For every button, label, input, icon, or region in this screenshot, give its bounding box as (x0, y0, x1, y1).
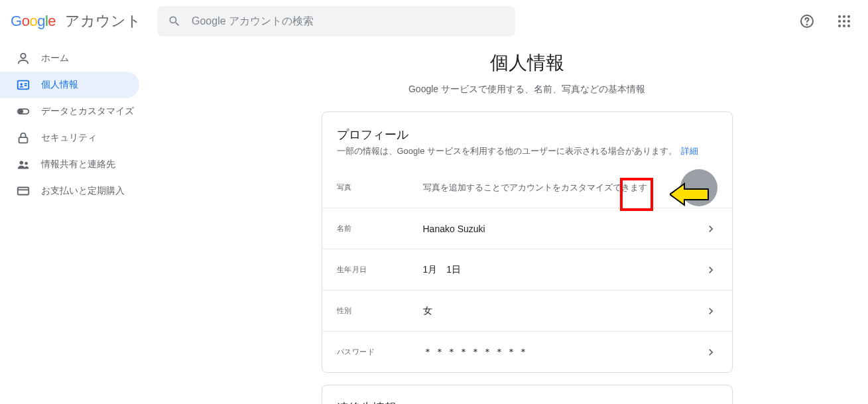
sidebar-item-data[interactable]: データとカスタマイズ (0, 98, 139, 125)
row-label: パスワード (337, 347, 423, 357)
sidebar-item-label: ホーム (41, 52, 69, 64)
sidebar-item-personal-info[interactable]: 個人情報 (0, 72, 139, 98)
svg-point-5 (838, 20, 841, 23)
profile-card: プロフィール 一部の情報は、Google サービスを利用する他のユーザーに表示さ… (322, 111, 733, 373)
row-label: 生年月日 (337, 265, 423, 275)
app-name: アカウント (65, 11, 141, 31)
row-value: 女 (423, 305, 704, 317)
toggle-icon (16, 104, 31, 119)
svg-point-9 (843, 25, 845, 27)
chevron-right-icon (704, 222, 717, 236)
apps-button[interactable] (831, 8, 857, 34)
sidebar: ホーム 個人情報 データとカスタマイズ セキュリティ 情報共有と連絡先 お支払い… (0, 42, 186, 404)
row-value: 写真を追加することでアカウントをカスタマイズできます (423, 182, 717, 194)
profile-row-photo[interactable]: 写真 写真を追加することでアカウントをカスタマイズできます (322, 167, 732, 208)
search-placeholder: Google アカウントの検索 (192, 15, 314, 29)
sidebar-item-payments[interactable]: お支払いと定期購入 (0, 178, 139, 204)
profile-row-gender[interactable]: 性別 女 (322, 290, 732, 331)
svg-point-1 (807, 25, 808, 25)
sidebar-item-label: データとカスタマイズ (41, 105, 134, 117)
row-value: Hanako Suzuki (423, 224, 704, 234)
contact-card: 連絡先情報 メール 電話 (322, 385, 733, 404)
main-content: 個人情報 Google サービスで使用する、名前、写真などの基本情報 プロフィー… (186, 42, 868, 404)
svg-point-4 (847, 15, 850, 18)
svg-point-13 (20, 83, 23, 86)
row-label: 名前 (337, 224, 423, 234)
contact-card-title: 連絡先情報 (322, 385, 732, 404)
sidebar-item-label: 個人情報 (41, 79, 78, 91)
profile-row-name[interactable]: 名前 Hanako Suzuki (322, 208, 732, 249)
svg-point-2 (838, 15, 841, 18)
page-title: 個人情報 (490, 50, 564, 76)
help-button[interactable] (794, 8, 820, 34)
sidebar-item-people[interactable]: 情報共有と連絡先 (0, 151, 139, 178)
apps-icon (838, 15, 850, 27)
svg-point-17 (19, 109, 23, 113)
people-icon (16, 157, 31, 172)
sidebar-item-label: 情報共有と連絡先 (41, 159, 115, 170)
profile-card-desc-text: 一部の情報は、Google サービスを利用する他のユーザーに表示される場合があり… (337, 146, 678, 156)
row-value: ＊＊＊＊＊＊＊＊＊ (423, 346, 704, 358)
sidebar-item-label: お支払いと定期購入 (41, 185, 125, 197)
id-card-icon (16, 78, 31, 92)
row-value: 1月 1日 (423, 264, 704, 276)
chevron-right-icon (704, 304, 717, 318)
search-box[interactable]: Google アカウントの検索 (157, 6, 515, 36)
sidebar-item-label: セキュリティ (41, 132, 97, 144)
card-icon (16, 184, 31, 198)
profile-row-birthday[interactable]: 生年月日 1月 1日 (322, 249, 732, 290)
svg-point-3 (843, 15, 845, 18)
help-icon (799, 13, 815, 29)
svg-rect-21 (18, 188, 29, 195)
svg-point-6 (843, 20, 845, 23)
page-subtitle: Google サービスで使用する、名前、写真などの基本情報 (408, 84, 645, 96)
chevron-right-icon (704, 263, 717, 277)
sidebar-item-security[interactable]: セキュリティ (0, 125, 139, 151)
svg-point-20 (25, 162, 28, 165)
search-icon (168, 15, 181, 28)
svg-point-11 (21, 54, 25, 58)
avatar[interactable] (680, 169, 717, 206)
row-label: 性別 (337, 306, 423, 316)
profile-card-title: プロフィール (322, 112, 732, 145)
profile-row-password[interactable]: パスワード ＊＊＊＊＊＊＊＊＊ (322, 331, 732, 372)
svg-point-10 (847, 25, 850, 27)
svg-point-8 (838, 25, 841, 27)
sidebar-item-home[interactable]: ホーム (0, 45, 139, 72)
row-label: 写真 (337, 182, 423, 192)
svg-rect-18 (19, 137, 28, 143)
profile-card-desc: 一部の情報は、Google サービスを利用する他のユーザーに表示される場合があり… (322, 145, 732, 163)
google-logo: Google (11, 13, 56, 30)
svg-point-19 (20, 161, 24, 165)
svg-point-7 (847, 20, 850, 23)
chevron-right-icon (704, 346, 717, 359)
lock-icon (16, 131, 31, 145)
learn-more-link[interactable]: 詳細 (681, 146, 698, 156)
home-icon (16, 51, 31, 66)
svg-rect-12 (18, 81, 29, 90)
